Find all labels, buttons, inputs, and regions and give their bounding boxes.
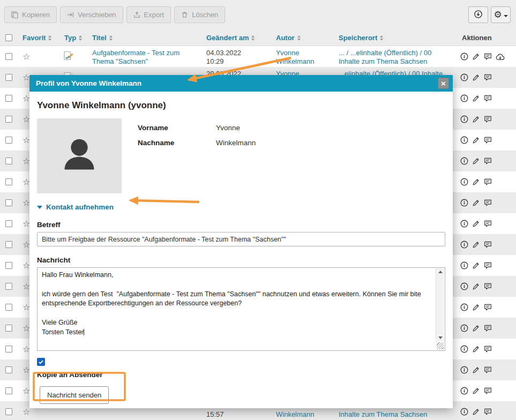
edit-action-icon[interactable] [472,220,480,228]
comment-action-icon[interactable] [484,282,492,290]
row-checkbox[interactable] [5,137,12,144]
scrollbar[interactable] [436,268,444,341]
download-button[interactable] [468,6,488,23]
comment-action-icon[interactable] [484,73,492,81]
row-checkbox[interactable] [5,178,12,185]
comment-action-icon[interactable] [484,220,492,228]
comment-action-icon[interactable] [484,94,492,102]
edit-action-icon[interactable] [472,73,480,81]
comment-action-icon[interactable] [484,303,492,311]
message-textarea[interactable]: Hallo Frau Winkelmann, ich würde gern de… [37,267,445,351]
row-checkbox[interactable] [5,304,12,311]
row-checkbox[interactable] [5,325,12,332]
subject-input[interactable] [37,232,445,246]
header-typ[interactable]: Typ [61,34,89,42]
info-action-icon[interactable] [460,73,468,81]
edit-action-icon[interactable] [472,157,480,165]
row-checkbox[interactable] [5,366,12,373]
info-action-icon[interactable] [460,199,468,207]
export-button[interactable]: Export [126,6,171,23]
info-action-icon[interactable] [460,408,468,416]
cloud-action-icon[interactable] [496,53,505,61]
row-checkbox[interactable] [5,408,12,415]
move-button[interactable]: Verschieben [60,6,123,23]
edit-action-icon[interactable] [472,136,480,144]
contact-toggle[interactable]: Kontakt aufnehmen [37,203,114,211]
scroll-up-icon[interactable] [438,271,443,273]
favorite-star-icon[interactable]: ☆ [23,408,30,416]
comment-action-icon[interactable] [484,157,492,165]
row-checkbox[interactable] [5,74,12,81]
edit-action-icon[interactable] [472,282,480,290]
info-action-icon[interactable] [460,94,468,102]
header-autor[interactable]: Autor [273,34,335,42]
comment-action-icon[interactable] [484,136,492,144]
header-speicherort[interactable]: Speicherort [335,34,451,42]
author-link[interactable]: Yvonne Winkelmann [276,49,332,66]
header-titel[interactable]: Titel [89,34,203,42]
favorite-star-icon[interactable]: ☆ [23,52,30,61]
edit-action-icon[interactable] [472,345,480,353]
comment-action-icon[interactable] [484,408,492,416]
comment-action-icon[interactable] [484,261,492,269]
scroll-down-icon[interactable] [438,336,443,339]
edit-action-icon[interactable] [472,366,480,374]
comment-action-icon[interactable] [484,178,492,186]
row-checkbox[interactable] [5,283,12,290]
row-checkbox[interactable] [5,346,12,352]
comment-action-icon[interactable] [484,345,492,353]
location-link[interactable]: ... / ...elinhalte (Öffentlich) / 00 Inh… [339,49,448,66]
info-action-icon[interactable] [460,324,468,332]
edit-action-icon[interactable] [472,303,480,311]
edit-action-icon[interactable] [472,178,480,186]
location-link[interactable]: Inhalte zum Thema Sachsen [339,410,448,419]
header-geaendert-am[interactable]: Geändert am [203,34,273,42]
delete-button[interactable]: Löschen [174,6,225,23]
edit-action-icon[interactable] [472,324,480,332]
row-checkbox[interactable] [5,158,12,164]
edit-action-icon[interactable] [472,261,480,269]
info-action-icon[interactable] [460,345,468,353]
row-checkbox[interactable] [5,241,12,248]
comment-action-icon[interactable] [484,324,492,332]
edit-action-icon[interactable] [472,408,480,416]
comment-action-icon[interactable] [484,241,492,249]
header-favorit[interactable]: Favorit [18,34,61,42]
info-action-icon[interactable] [460,366,468,374]
row-checkbox[interactable] [5,53,12,60]
info-action-icon[interactable] [460,387,468,395]
row-checkbox[interactable] [5,387,12,394]
info-action-icon[interactable] [460,178,468,186]
edit-action-icon[interactable] [472,52,480,61]
comment-action-icon[interactable] [484,366,492,374]
edit-action-icon[interactable] [472,115,480,123]
edit-action-icon[interactable] [472,199,480,207]
settings-button[interactable]: ⚙ [491,6,511,23]
select-all-checkbox[interactable] [5,34,12,41]
row-checkbox[interactable] [5,116,12,123]
comment-action-icon[interactable] [484,52,492,61]
info-action-icon[interactable] [460,261,468,269]
row-checkbox[interactable] [5,199,12,206]
edit-action-icon[interactable] [472,94,480,102]
comment-action-icon[interactable] [484,115,492,123]
comment-action-icon[interactable] [484,387,492,395]
author-link[interactable]: Winkelmann [276,410,332,419]
info-action-icon[interactable] [460,282,468,290]
copy-button[interactable]: Kopieren [4,6,57,23]
row-checkbox[interactable] [5,262,12,269]
info-action-icon[interactable] [460,115,468,123]
row-checkbox[interactable] [5,220,12,227]
copy-checkbox[interactable] [37,358,45,366]
edit-action-icon[interactable] [472,387,480,395]
resize-grip-icon[interactable] [437,342,444,349]
edit-action-icon[interactable] [472,241,480,249]
resource-title-link[interactable]: Aufgabenformate - Test zum Thema "Sachse… [92,49,200,66]
info-action-icon[interactable] [460,220,468,228]
comment-action-icon[interactable] [484,199,492,207]
info-action-icon[interactable] [460,303,468,311]
close-button[interactable]: × [438,78,449,89]
row-checkbox[interactable] [5,95,12,102]
info-action-icon[interactable] [460,157,468,165]
info-action-icon[interactable] [460,52,468,61]
